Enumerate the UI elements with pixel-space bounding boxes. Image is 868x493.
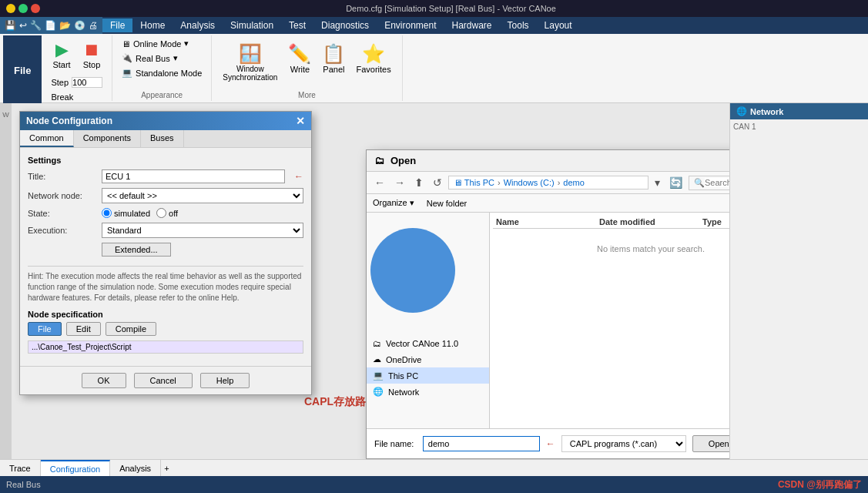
- ribbon: File ▶ Start ⏹ Stop Step: [0, 34, 868, 103]
- tab-buses[interactable]: Buses: [141, 130, 184, 147]
- panel-button[interactable]: 📋 Panel: [317, 40, 350, 77]
- tab-controls: +: [164, 464, 169, 473]
- menu-hardware[interactable]: Hardware: [444, 18, 500, 32]
- help-button[interactable]: Help: [200, 373, 250, 388]
- favorites-icon: ⭐: [362, 43, 385, 65]
- menu-analysis[interactable]: Analysis: [173, 18, 223, 32]
- open-dialog-title-bar: 🗂 Open ✕: [367, 150, 729, 172]
- real-bus-button[interactable]: 🔌 Real Bus ▾: [119, 52, 181, 65]
- right-sidebar-content: CAN 1: [730, 119, 868, 134]
- menu-diagnostics[interactable]: Diagnostics: [313, 18, 377, 32]
- canvas-area[interactable]: ECU ECU 1 ✎ ⚙ ℹ Network CAN CAN 1 Node C…: [12, 103, 729, 459]
- can-item[interactable]: CAN 1: [733, 122, 865, 131]
- online-mode-button[interactable]: 🖥 Online Mode ▾: [119, 37, 192, 50]
- filename-input[interactable]: [423, 436, 540, 451]
- file-ribbon-button[interactable]: File: [3, 35, 42, 105]
- menu-test[interactable]: Test: [281, 18, 313, 32]
- minimize-button[interactable]: [6, 4, 15, 13]
- menu-tools[interactable]: Tools: [500, 18, 537, 32]
- window-controls[interactable]: [6, 4, 40, 13]
- network-node-select[interactable]: << default >>: [102, 188, 303, 203]
- left-panel-thispc[interactable]: 💻 This PC: [367, 367, 489, 384]
- ok-button[interactable]: OK: [82, 373, 126, 388]
- col-name[interactable]: Name: [496, 217, 599, 226]
- step-button[interactable]: Step: [48, 75, 106, 89]
- window-sync-button[interactable]: 🪟 WindowSynchronization: [218, 40, 282, 85]
- open-dialog-toolbar: Organize ▾ New folder ☰ ⊞: [367, 194, 729, 213]
- tab-analysis[interactable]: Analysis: [110, 460, 161, 476]
- qa-icon-3[interactable]: 📂: [59, 20, 71, 31]
- qa-icon-4[interactable]: 💿: [74, 20, 85, 31]
- new-folder-button[interactable]: New folder: [427, 199, 468, 208]
- nav-forward-button[interactable]: →: [391, 175, 408, 190]
- save-icon[interactable]: 💾: [5, 20, 16, 31]
- title-row: Title: ←: [28, 169, 303, 183]
- node-config-title: Node Configuration: [26, 116, 112, 126]
- open-confirm-button[interactable]: Open: [692, 435, 729, 452]
- close-button[interactable]: [31, 4, 40, 13]
- break-button[interactable]: Break: [48, 91, 76, 103]
- edit-button[interactable]: Edit: [66, 322, 101, 336]
- standalone-mode-button[interactable]: 💻 Standalone Mode: [119, 66, 205, 79]
- write-button[interactable]: ✏️ Write: [283, 40, 316, 77]
- organize-button[interactable]: Organize ▾: [373, 198, 414, 208]
- standalone-icon: 💻: [122, 68, 132, 78]
- nav-back-button[interactable]: ←: [371, 175, 388, 190]
- refresh-button[interactable]: ↺: [430, 175, 445, 190]
- menu-environment[interactable]: Environment: [377, 18, 444, 32]
- qa-icon-2[interactable]: 📄: [45, 20, 56, 31]
- nav-up-button[interactable]: ⬆: [411, 175, 427, 190]
- filetype-select[interactable]: CAPL programs (*.can): [561, 435, 686, 452]
- breadcrumb-bar[interactable]: 🖥 This PC › Windows (C:) › demo: [448, 176, 648, 189]
- step-value-input[interactable]: [72, 77, 102, 88]
- tab-add-button[interactable]: +: [164, 464, 169, 473]
- node-config-close-button[interactable]: ✕: [296, 115, 305, 127]
- left-panel-network[interactable]: 🌐 Network: [367, 384, 489, 400]
- canoe-label: Vector CANoe 11.0: [386, 339, 458, 348]
- execution-row: Execution: Standard: [28, 223, 303, 238]
- stop-button[interactable]: ⏹ Stop: [79, 37, 106, 72]
- execution-select[interactable]: Standard: [102, 223, 303, 238]
- spec-path-input[interactable]: [28, 340, 303, 354]
- search-input[interactable]: [705, 178, 729, 187]
- search-box[interactable]: 🔍: [689, 176, 729, 190]
- qa-icon-5[interactable]: 🖨: [89, 20, 98, 31]
- extended-button[interactable]: Extended...: [102, 243, 171, 257]
- real-bus-label: Real Bus: [136, 54, 170, 63]
- favorites-button[interactable]: ⭐ Favorites: [351, 40, 395, 77]
- right-sidebar: 🌐 Network CAN 1: [729, 103, 868, 459]
- qa-icon-1[interactable]: 🔧: [30, 20, 42, 31]
- file-button[interactable]: File: [28, 322, 62, 336]
- no-items-message: No items match your search.: [493, 229, 729, 269]
- menu-layout[interactable]: Layout: [537, 18, 580, 32]
- undo-icon[interactable]: ↩: [19, 20, 27, 31]
- network-label: Network: [388, 387, 419, 397]
- node-config-dialog: Node Configuration ✕ Common Components B…: [19, 111, 312, 395]
- left-panel-onedrive[interactable]: ☁ OneDrive: [367, 351, 489, 367]
- menu-file[interactable]: File: [102, 18, 132, 32]
- left-panel-canoe[interactable]: 🗂 Vector CANoe 11.0: [367, 336, 489, 351]
- online-mode-label: Online Mode: [133, 39, 181, 49]
- title-arrow: ←: [294, 171, 303, 182]
- title-input[interactable]: [102, 169, 285, 183]
- col-date[interactable]: Date modified: [599, 217, 702, 226]
- menu-home[interactable]: Home: [132, 18, 173, 32]
- maximize-button[interactable]: [18, 4, 28, 13]
- start-button[interactable]: ▶ Start: [48, 37, 75, 72]
- tab-configuration[interactable]: Configuration: [41, 460, 110, 476]
- tab-common[interactable]: Common: [20, 130, 74, 147]
- tab-trace[interactable]: Trace: [0, 460, 41, 476]
- cancel-button[interactable]: Cancel: [134, 373, 193, 388]
- node-config-tabs: Common Components Buses: [20, 130, 311, 148]
- refresh-nav-button[interactable]: 🔄: [666, 175, 685, 190]
- location-dropdown-button[interactable]: ▾: [652, 175, 663, 190]
- menu-simulation[interactable]: Simulation: [223, 18, 281, 32]
- step-label: Step: [51, 78, 69, 87]
- simulated-radio[interactable]: simulated: [102, 208, 150, 218]
- compile-button[interactable]: Compile: [106, 322, 156, 336]
- off-radio[interactable]: off: [156, 208, 178, 218]
- tab-components[interactable]: Components: [74, 130, 141, 147]
- break-label: Break: [51, 92, 73, 102]
- write-label: Write: [290, 65, 310, 74]
- col-type[interactable]: Type: [702, 217, 729, 226]
